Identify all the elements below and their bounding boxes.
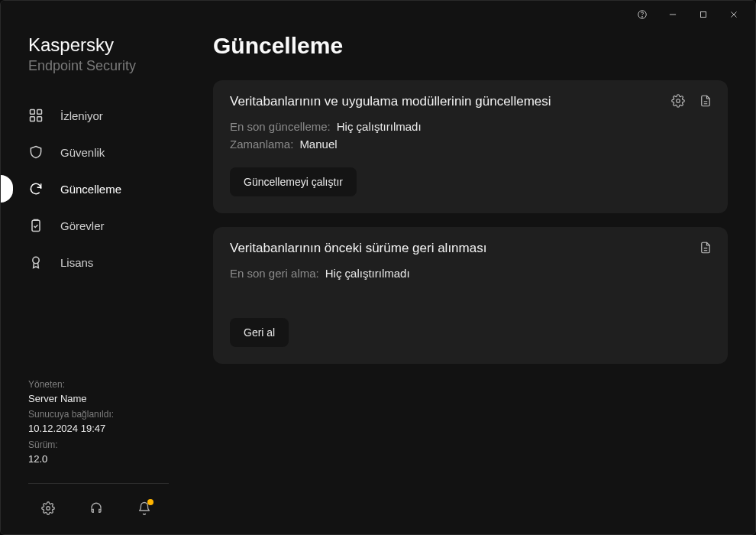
- brand-name: Kaspersky: [28, 34, 192, 57]
- sidebar-item-tasks[interactable]: Görevler: [1, 207, 192, 244]
- update-card-title: Veritabanlarının ve uygulama modüllerini…: [230, 94, 711, 109]
- card-report-button[interactable]: [697, 92, 714, 109]
- sidebar-item-monitoring[interactable]: İzleniyor: [1, 97, 192, 134]
- svg-rect-8: [31, 117, 35, 122]
- rollback-card: Veritabanlarının önceki sürüme geri alın…: [213, 227, 728, 364]
- help-button[interactable]: [627, 3, 657, 26]
- sidebar-item-label: Güvenlik: [60, 146, 105, 159]
- sidebar-info: Yöneten: Server Name Sunucuya bağlanıldı…: [1, 378, 192, 476]
- server-name: Server Name: [28, 391, 192, 407]
- last-rollback-value: Hiç çalıştırılmadı: [325, 267, 410, 280]
- sidebar-item-license[interactable]: Lisans: [1, 244, 192, 280]
- connected-value: 10.12.2024 19:47: [28, 421, 192, 436]
- connected-label: Sunucuya bağlanıldı:: [28, 407, 192, 421]
- svg-rect-3: [701, 12, 706, 18]
- badge-icon: [28, 255, 44, 270]
- run-update-button[interactable]: Güncellemeyi çalıştır: [230, 167, 357, 196]
- support-button[interactable]: [81, 496, 111, 520]
- svg-point-13: [677, 99, 680, 103]
- last-update-label: En son güncelleme:: [230, 120, 331, 133]
- dashboard-icon: [28, 108, 44, 123]
- refresh-icon: [28, 181, 44, 196]
- sidebar-footer: [1, 490, 192, 534]
- maximize-button[interactable]: [688, 3, 719, 26]
- sidebar-item-label: Görevler: [60, 219, 105, 232]
- sidebar-item-label: İzleniyor: [60, 109, 103, 122]
- svg-rect-6: [31, 110, 35, 115]
- close-button[interactable]: [719, 3, 749, 26]
- card-settings-button[interactable]: [670, 92, 687, 109]
- managed-by-label: Yöneten:: [28, 378, 192, 391]
- last-rollback-label: En son geri alma:: [230, 267, 319, 280]
- update-card: Veritabanlarının ve uygulama modüllerini…: [213, 80, 728, 213]
- svg-point-12: [46, 507, 50, 511]
- sidebar: Kaspersky Endpoint Security İzleniyor Gü…: [1, 28, 192, 534]
- svg-rect-7: [37, 110, 42, 115]
- minimize-button[interactable]: [657, 3, 688, 26]
- sidebar-item-label: Güncelleme: [60, 183, 121, 196]
- card-report-button[interactable]: [697, 239, 714, 256]
- version-label: Sürüm:: [28, 438, 192, 452]
- rollback-card-title: Veritabanlarının önceki sürüme geri alın…: [230, 241, 711, 256]
- schedule-value: Manuel: [299, 138, 337, 151]
- sidebar-nav: İzleniyor Güvenlik Güncelleme: [1, 91, 192, 377]
- svg-rect-9: [37, 117, 42, 122]
- main-content: Güncelleme Veritabanlarının ve uygulama …: [192, 28, 755, 534]
- svg-point-11: [33, 258, 39, 264]
- sidebar-divider: [28, 483, 169, 484]
- sidebar-item-update[interactable]: Güncelleme: [1, 170, 192, 207]
- version-value: 12.0: [28, 452, 192, 467]
- settings-button[interactable]: [33, 496, 63, 520]
- sidebar-item-label: Lisans: [60, 256, 93, 269]
- rollback-button[interactable]: Geri al: [230, 318, 289, 347]
- svg-rect-10: [32, 221, 40, 232]
- brand: Kaspersky Endpoint Security: [1, 28, 192, 91]
- titlebar: [1, 1, 755, 28]
- clipboard-icon: [28, 218, 44, 233]
- notification-dot-icon: [147, 499, 153, 505]
- brand-subtitle: Endpoint Security: [28, 58, 192, 75]
- page-title: Güncelleme: [213, 33, 728, 59]
- schedule-label: Zamanlama:: [230, 138, 293, 151]
- sidebar-item-security[interactable]: Güvenlik: [1, 134, 192, 170]
- last-update-value: Hiç çalıştırılmadı: [337, 120, 422, 133]
- notifications-button[interactable]: [129, 496, 160, 520]
- svg-point-1: [642, 16, 643, 17]
- shield-icon: [28, 144, 44, 160]
